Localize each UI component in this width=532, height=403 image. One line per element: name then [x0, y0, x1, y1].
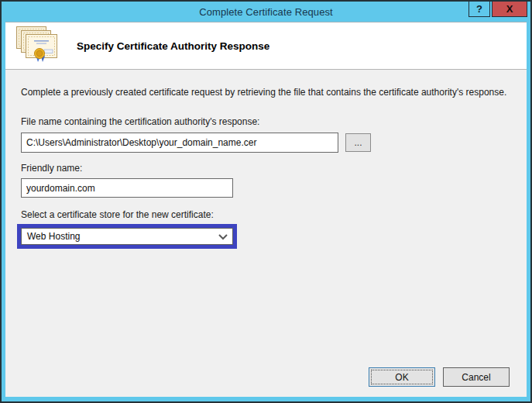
friendly-name-label: Friendly name:	[21, 163, 511, 174]
browse-button[interactable]: ...	[345, 133, 371, 152]
file-name-row: ...	[21, 133, 511, 153]
friendly-name-input[interactable]	[21, 178, 233, 198]
ok-button[interactable]: OK	[369, 367, 435, 387]
file-name-label: File name containing the certification a…	[21, 116, 511, 127]
titlebar: Complete Certificate Request ? X	[2, 2, 530, 22]
dialog-header: Specify Certificate Authority Response	[5, 22, 527, 70]
help-button[interactable]: ?	[469, 1, 490, 17]
certificate-store-value: Web Hosting	[27, 231, 80, 242]
certificate-store-combobox[interactable]: Web Hosting	[21, 228, 233, 245]
cancel-button[interactable]: Cancel	[443, 367, 510, 387]
certificate-store-label: Select a certificate store for the new c…	[21, 209, 511, 220]
certificates-stack-icon	[15, 26, 63, 66]
chevron-down-icon	[218, 232, 228, 243]
close-button[interactable]: X	[492, 1, 527, 17]
dialog-complete-certificate-request: Complete Certificate Request ? X	[0, 0, 532, 403]
titlebar-buttons: ? X	[469, 1, 527, 17]
help-icon: ?	[476, 3, 482, 15]
dialog-body: Complete a previously created certificat…	[5, 70, 527, 396]
intro-text: Complete a previously created certificat…	[21, 70, 510, 99]
footer-buttons: OK Cancel	[369, 367, 510, 387]
page-title: Specify Certificate Authority Response	[77, 40, 269, 52]
file-name-input[interactable]	[21, 133, 338, 153]
client-area: Specify Certificate Authority Response C…	[2, 22, 530, 401]
window-title: Complete Certificate Request	[199, 6, 333, 18]
close-icon: X	[506, 3, 513, 15]
